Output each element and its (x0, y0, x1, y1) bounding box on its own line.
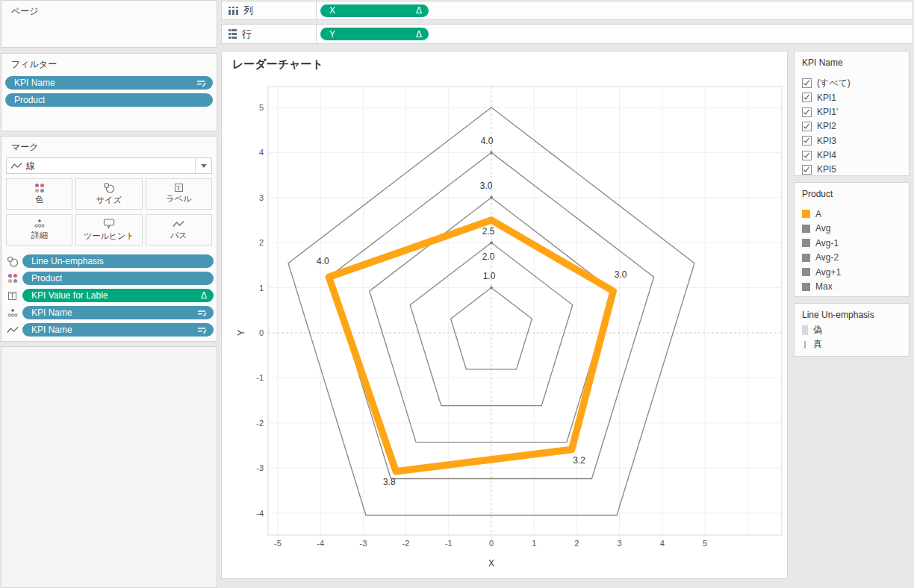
checkbox[interactable] (802, 136, 812, 146)
filter-pills-container: KPI NameProduct (5, 76, 213, 107)
mark-button-label[interactable]: Tラベル (146, 178, 212, 210)
y-tick-label: 5 (259, 103, 264, 112)
ring-value-label: 2.0 (482, 251, 495, 262)
marks-pill-kpi-value-for-lable[interactable]: KPI Value for LableΔ (22, 289, 214, 302)
delta-icon: Δ (416, 6, 422, 15)
mark-button-detail[interactable]: 詳細 (6, 214, 72, 245)
x-tick-label: 0 (489, 539, 494, 548)
rows-pill-y[interactable]: YΔ (320, 28, 429, 40)
product-legend-row[interactable]: Avg-1 (795, 236, 909, 250)
sort-icon (197, 326, 207, 334)
mark-button-label: ツールヒント (84, 231, 134, 242)
checkbox[interactable] (802, 78, 812, 88)
detail-icon (7, 308, 18, 318)
x-tick-label: -1 (445, 539, 453, 548)
kpi-checkbox-row[interactable]: KPI1 (795, 90, 909, 104)
x-tick-label: 4 (660, 539, 665, 548)
checkbox[interactable] (802, 122, 812, 131)
pages-shelf[interactable]: ページ (1, 0, 217, 48)
line-unemphasis-row[interactable]: 真 (795, 337, 909, 351)
tooltip-icon (103, 218, 115, 229)
series-value-label: 3.2 (573, 455, 585, 466)
kpi-name-filter-title: KPI Name (802, 57, 843, 68)
color-swatch (802, 268, 810, 276)
ring-value-label: 3.0 (480, 181, 493, 191)
pill-label: KPI Name (14, 78, 55, 88)
ring-apex-dot (490, 196, 493, 199)
kpi-name-filter-card: KPI Name (すべて)KPI1KPI1'KPI2KPI3KPI4KPI5 (794, 51, 910, 176)
mark-button-label: 色 (35, 194, 43, 205)
color-swatch (802, 210, 810, 218)
color-swatch (802, 239, 810, 247)
y-axis-title: Y (236, 330, 246, 336)
ring-apex-dot (490, 241, 493, 244)
path-icon (172, 219, 184, 228)
checkbox[interactable] (802, 151, 812, 160)
x-tick-label: -2 (402, 539, 410, 548)
marks-pill-line-un-emphasis[interactable]: Line Un-emphasis (22, 254, 214, 268)
x-tick-label: 2 (574, 539, 579, 548)
mark-type-caret[interactable] (195, 158, 211, 173)
kpi-checkbox-row[interactable]: KPI5 (795, 163, 909, 177)
kpi-checkbox-row[interactable]: KPI3 (795, 134, 909, 148)
marks-pill-kpi-name[interactable]: KPI Name (22, 306, 214, 319)
x-axis-title: X (488, 558, 494, 569)
line-unemphasis-legend-card: Line Un-emphasis 偽真 (794, 303, 910, 357)
mark-button-size[interactable]: サイズ (75, 178, 142, 210)
kpi-checkbox-row[interactable]: KPI1' (795, 105, 909, 119)
columns-pill-x[interactable]: XΔ (320, 4, 429, 17)
rows-pills-container: YΔ (317, 28, 429, 40)
mark-button-label: 詳細 (31, 230, 48, 241)
size-icon (4, 256, 20, 267)
product-legend-row[interactable]: A (795, 207, 909, 221)
product-legend-row[interactable]: Avg (795, 222, 909, 236)
marks-pills-container: Line Un-emphasisProductTKPI Value for La… (4, 254, 214, 337)
kpi-item-label: KPI4 (817, 150, 836, 160)
kpi-item-label: (すべて) (817, 77, 851, 90)
pill-label: KPI Value for Lable (31, 290, 108, 301)
mark-button-path[interactable]: パス (146, 214, 212, 245)
product-legend-row[interactable]: Max (795, 280, 909, 294)
kpi-item-label: KPI2 (817, 121, 836, 131)
columns-shelf[interactable]: 列 XΔ (221, 1, 913, 20)
filters-shelf-title: フィルター (11, 58, 57, 71)
line-unemphasis-row[interactable]: 偽 (795, 323, 909, 337)
product-legend-row[interactable]: Avg-2 (795, 251, 909, 265)
product-legend-row[interactable]: Avg+1 (795, 265, 909, 279)
marks-pill-kpi-name[interactable]: KPI Name (22, 323, 214, 337)
mark-type-dropdown[interactable]: 線 (6, 157, 212, 174)
marks-pill-row: Product (4, 272, 214, 285)
checkbox[interactable] (802, 93, 812, 102)
mark-button-tooltip[interactable]: ツールヒント (75, 214, 142, 245)
kpi-item-label: KPI3 (817, 136, 836, 146)
kpi-item-label: KPI1' (817, 107, 838, 117)
kpi-checkbox-row[interactable]: KPI2 (795, 119, 909, 134)
marks-pill-row: KPI Name (4, 323, 214, 337)
y-tick-label: -3 (256, 463, 264, 472)
x-tick-label: 3 (618, 539, 622, 548)
radar-chart-view[interactable]: 4.03.02.01.02.53.03.23.84.0-5-4-3-2-1012… (221, 51, 788, 579)
marks-pill-product[interactable]: Product (22, 272, 214, 285)
checkbox[interactable] (802, 165, 812, 175)
pill-label: X (329, 5, 335, 16)
kpi-checkbox-row[interactable]: (すべて) (795, 76, 909, 90)
x-tick-label: -5 (274, 539, 282, 548)
checkbox[interactable] (802, 107, 812, 117)
mark-button-color[interactable]: 色 (6, 178, 72, 210)
delta-icon: Δ (416, 30, 422, 39)
path-icon (4, 325, 20, 334)
filters-shelf[interactable]: フィルター KPI NameProduct (1, 53, 217, 131)
product-item-label: Avg (815, 223, 830, 234)
filter-pill-kpi-name[interactable]: KPI Name (5, 76, 213, 90)
filter-pill-product[interactable]: Product (5, 93, 213, 107)
label-icon: T (4, 292, 20, 300)
marks-pill-row: Line Un-emphasis (4, 254, 214, 268)
series-value-label: 4.0 (317, 256, 329, 266)
color-swatch (802, 225, 810, 233)
rows-shelf[interactable]: 行 YΔ (221, 24, 913, 44)
product-item-label: Avg-2 (815, 252, 839, 263)
radar-chart-svg: 4.03.02.01.02.53.03.23.84.0-5-4-3-2-1012… (222, 51, 789, 580)
rows-icon (228, 29, 237, 39)
kpi-checkbox-row[interactable]: KPI4 (795, 148, 909, 163)
marks-card: マーク 線 色サイズTラベル詳細ツールヒントパス Line Un-emphasi… (1, 136, 217, 342)
